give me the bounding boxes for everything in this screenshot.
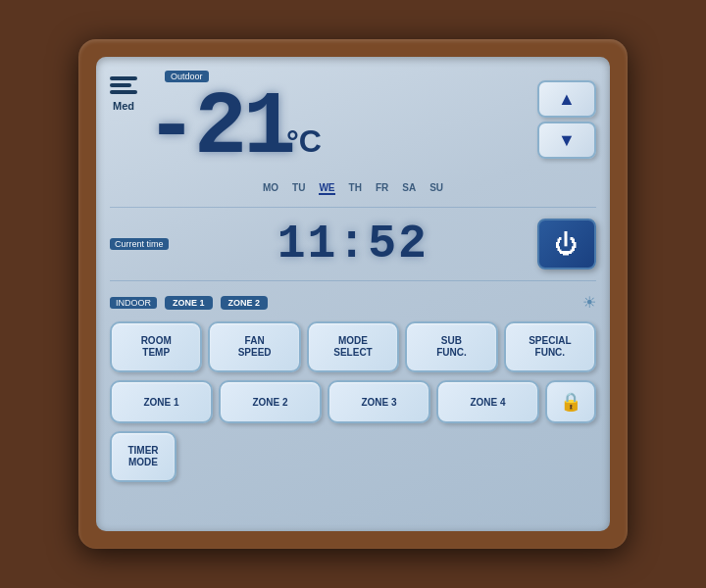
top-section: Med Outdoor -21 °C ▲ ▼ [110,71,596,172]
day-mo: MO [263,182,278,195]
temperature-value: -21 [145,84,292,172]
days-row: MO TU WE TH FR SA SU [110,180,596,197]
fan-speed-label: FANSPEED [238,335,272,359]
mode-select-label: MODESELECT [333,335,372,359]
zone4-button[interactable]: ZONE 4 [436,380,539,423]
sub-func-button[interactable]: SUBFUNC. [405,321,497,372]
mode-select-button[interactable]: MODESELECT [307,321,399,372]
fan-icon [110,76,137,94]
day-tu: TU [292,182,305,195]
zone3-label: ZONE 3 [361,397,396,408]
temp-area: Outdoor -21 °C [145,71,530,172]
day-th: TH [349,182,362,195]
day-su: SU [429,182,443,195]
zone2-label: ZONE 2 [252,397,287,408]
fan-speed-label: Med [113,100,134,112]
temp-down-button[interactable]: ▼ [537,122,596,159]
room-temp-button[interactable]: ROOMTEMP [110,321,202,372]
current-time-badge: Current time [110,238,169,250]
zone3-button[interactable]: ZONE 3 [328,380,430,423]
zone1-label: ZONE 1 [143,397,178,408]
zone-top-row: INDOOR ZONE 1 ZONE 2 ☀ [110,291,596,314]
thermostat-outer: Med Outdoor -21 °C ▲ ▼ MO TU [78,39,628,549]
time-display: 11:52 [178,218,528,270]
power-icon: ⏻ [555,230,579,258]
room-temp-label: ROOMTEMP [141,335,172,359]
fan-line-3 [110,90,137,94]
sun-icon: ☀ [582,293,596,312]
temp-up-button[interactable]: ▲ [537,80,596,118]
thermostat-screen: Med Outdoor -21 °C ▲ ▼ MO TU [96,57,610,531]
arrow-up-icon: ▲ [558,89,576,110]
day-we: WE [319,182,334,195]
zone1-top-badge: ZONE 1 [165,296,213,310]
zone2-top-badge: ZONE 2 [221,296,269,310]
zone2-button[interactable]: ZONE 2 [219,380,322,423]
lock-icon: 🔒 [560,391,581,413]
timer-mode-button[interactable]: TIMERMODE [110,431,176,482]
special-func-button[interactable]: SPECIALFUNC. [504,321,596,372]
fan-line-2 [110,83,131,87]
zone-buttons-row: ZONE 1 ZONE 2 ZONE 3 ZONE 4 [110,380,539,423]
temperature-display: -21 °C [145,84,322,172]
fan-line-1 [110,76,137,80]
temperature-unit: °C [286,123,322,160]
arrow-down-icon: ▼ [558,130,576,151]
divider-1 [110,207,596,208]
sub-func-label: SUBFUNC. [436,335,467,359]
fan-speed-button[interactable]: FANSPEED [208,321,300,372]
left-icons: Med [110,71,137,112]
zone1-button[interactable]: ZONE 1 [110,380,213,423]
day-fr: FR [376,182,388,195]
time-row: Current time 11:52 ⏻ [110,218,596,270]
power-button[interactable]: ⏻ [537,219,596,270]
special-func-label: SPECIALFUNC. [529,335,571,359]
lock-button[interactable]: 🔒 [545,380,596,423]
buttons-row-1: ROOMTEMP FANSPEED MODESELECT SUBFUNC. SP… [110,321,596,372]
zone4-label: ZONE 4 [470,397,505,408]
buttons-row-2-container: ZONE 1 ZONE 2 ZONE 3 ZONE 4 🔒 [110,380,596,423]
day-sa: SA [402,182,416,195]
timer-mode-label: TIMERMODE [127,445,158,468]
indoor-badge: INDOOR [110,297,157,309]
up-down-buttons: ▲ ▼ [537,71,596,159]
bottom-row: TIMERMODE [110,431,596,482]
divider-2 [110,280,596,281]
